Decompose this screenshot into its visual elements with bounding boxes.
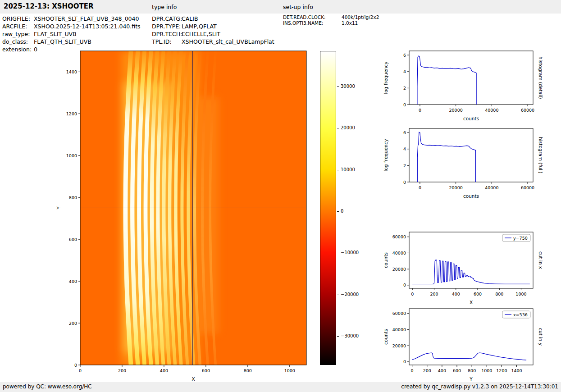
svg-text:1200: 1200 (496, 368, 507, 373)
svg-text:60000: 60000 (521, 185, 534, 190)
cut-in-x-plot: 020040060080010000200004000060000Xcounts… (380, 228, 547, 310)
svg-text:400: 400 (160, 368, 168, 373)
svg-text:20000: 20000 (392, 267, 406, 272)
hist-detail-line (417, 56, 476, 105)
meta-row-arcfile: ARCFILE:XSHOO.2025-12-14T13:05:21.040.fi… (2, 23, 141, 30)
svg-text:cut in y: cut in y (538, 328, 543, 346)
svg-text:600: 600 (474, 292, 482, 296)
setup-info-metadata: DET.READ.CLOCK:400k/1pt/lg/2x2 INS.OPTI3… (283, 14, 379, 26)
meta-row-dprtype: DPR.TYPE:LAMP,QFLAT (152, 23, 274, 30)
svg-text:40000: 40000 (392, 251, 406, 255)
svg-text:600: 600 (69, 237, 77, 242)
meta-value: ECHELLE,SLIT (182, 31, 220, 37)
meta-value: LAMP,QFLAT (182, 23, 217, 30)
svg-text:400: 400 (438, 368, 446, 373)
svg-text:60000: 60000 (392, 311, 406, 316)
meta-label: INS.OPTI3.NAME: (283, 20, 342, 26)
meta-value: CALIB (182, 15, 198, 22)
meta-row-dprcatg: DPR.CATG:CALIB (152, 15, 274, 23)
meta-label: DET.READ.CLOCK: (283, 14, 342, 20)
svg-text:log frequency: log frequency (383, 139, 388, 171)
svg-text:0: 0 (403, 359, 406, 364)
colorbar-tick-mark (337, 253, 339, 253)
svg-text:0: 0 (419, 108, 421, 113)
svg-text:6: 6 (403, 130, 406, 135)
meta-row-tplid: TPL.ID:XSHOOTER_slt_cal_UVBLampFlat (152, 38, 274, 46)
svg-text:800: 800 (495, 292, 503, 296)
meta-label: raw_type: (2, 30, 34, 38)
cut-y-svg: 0200400600800100012001400020000400006000… (380, 305, 547, 387)
svg-text:0: 0 (403, 180, 406, 185)
histogram-detail-plot: 02000040000600000246countslog frequencyh… (380, 47, 547, 126)
svg-text:0: 0 (419, 185, 421, 190)
cut-y-legend: x=536 (502, 311, 530, 318)
meta-label: ORIGFILE: (2, 15, 34, 23)
svg-text:1000: 1000 (481, 368, 492, 373)
svg-text:2: 2 (403, 86, 406, 91)
type-info-heading: type info (152, 4, 177, 10)
svg-text:counts: counts (463, 116, 479, 121)
svg-text:60000: 60000 (392, 234, 406, 239)
meta-value: 400k/1pt/lg/2x2 (342, 14, 379, 20)
colorbar-tick-label: −10000 (341, 250, 359, 255)
meta-label: do_class: (2, 38, 34, 46)
raw-image-svg: 0200400600800100002004006008001000120014… (50, 47, 311, 388)
svg-text:counts: counts (383, 329, 388, 345)
meta-row-doclass: do_class:FLAT_QTH_SLIT_UVB (2, 38, 141, 46)
svg-text:Y: Y (469, 376, 473, 382)
svg-text:200: 200 (69, 321, 77, 326)
svg-text:200: 200 (118, 368, 126, 373)
svg-text:X: X (192, 376, 195, 382)
svg-text:6: 6 (403, 53, 406, 58)
svg-text:800: 800 (244, 368, 252, 373)
svg-text:counts: counts (383, 252, 388, 268)
svg-text:0: 0 (411, 368, 414, 373)
setup-info-heading: set-up info (283, 4, 313, 10)
cut-y-line (412, 353, 527, 360)
header-bar: 2025-12-13: XSHOOTER type info set-up in… (0, 0, 561, 14)
meta-value: FLAT_SLIT_UVB (34, 31, 77, 37)
svg-text:Y: Y (56, 206, 61, 210)
colorbar-tick-label: 30000 (341, 84, 355, 89)
colorbar-tick-mark (337, 295, 339, 295)
colorbar-tick-mark (337, 87, 339, 87)
histogram-full-plot: 02000040000600000246countslog frequencyh… (380, 125, 547, 204)
svg-text:40000: 40000 (485, 108, 498, 113)
meta-label: DPR.TYPE: (152, 23, 182, 30)
footer-left-text: powered by QC: www.eso.org/HC (3, 383, 92, 390)
colorbar-tick-mark (337, 336, 339, 337)
raw-image-canvas (80, 51, 306, 365)
svg-text:1400: 1400 (66, 69, 77, 74)
hist-full-line (417, 132, 475, 182)
svg-text:200: 200 (423, 368, 431, 373)
type-info-metadata: DPR.CATG:CALIB DPR.TYPE:LAMP,QFLAT DPR.T… (152, 15, 274, 46)
meta-value: 0 (34, 46, 37, 53)
svg-text:400: 400 (452, 292, 460, 296)
colorbar-tick-mark (337, 128, 339, 128)
colorbar (320, 51, 336, 365)
meta-label: ARCFILE: (2, 23, 34, 30)
qc-report-page: 2025-12-13: XSHOOTER type info set-up in… (0, 0, 561, 392)
colorbar-tick-label: 10000 (341, 167, 355, 172)
page-title: 2025-12-13: XSHOOTER (4, 2, 94, 10)
meta-value: FLAT_QTH_SLIT_UVB (34, 38, 91, 45)
svg-text:400: 400 (69, 279, 77, 284)
svg-text:40000: 40000 (392, 327, 406, 332)
hist-detail-svg: 02000040000600000246countslog frequencyh… (380, 47, 547, 126)
hist-full-svg: 02000040000600000246countslog frequencyh… (380, 125, 547, 204)
footer-bar: powered by QC: www.eso.org/HC created by… (0, 382, 561, 392)
meta-value: XSHOO.2025-12-14T13:05:21.040.fits (34, 23, 141, 30)
cut-x-svg: 020040060080010000200004000060000Xcounts… (380, 228, 547, 310)
svg-text:40000: 40000 (485, 185, 498, 190)
svg-text:X: X (470, 300, 473, 305)
svg-text:4: 4 (403, 69, 406, 74)
svg-text:600: 600 (202, 368, 210, 373)
meta-label: DPR.TECH: (152, 30, 182, 38)
meta-value: XSHOOTER_SLT_FLAT_UVB_348_0040 (34, 15, 139, 22)
svg-text:log frequency: log frequency (383, 61, 388, 94)
svg-text:1200: 1200 (66, 111, 77, 116)
svg-text:600: 600 (453, 368, 461, 373)
meta-value: 1.0x11 (342, 20, 358, 26)
svg-text:800: 800 (468, 368, 476, 373)
meta-row-origfile: ORIGFILE:XSHOOTER_SLT_FLAT_UVB_348_0040 (2, 15, 141, 23)
